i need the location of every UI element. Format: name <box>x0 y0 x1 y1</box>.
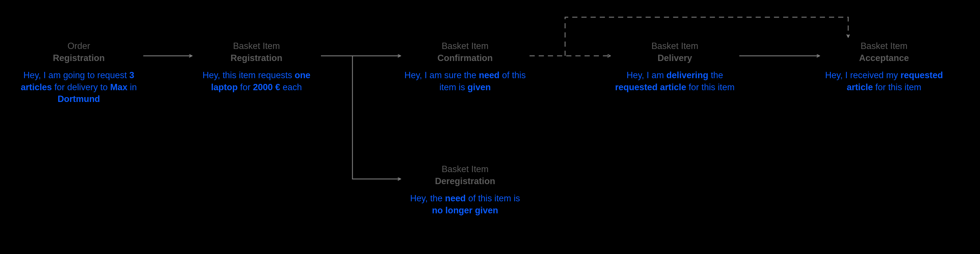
title-line2: Delivery <box>658 53 692 63</box>
title-line2: Acceptance <box>859 53 909 63</box>
title-line1: Basket Item <box>233 41 280 51</box>
node-title: Order Registration <box>17 40 140 64</box>
title-line2: Registration <box>231 53 283 63</box>
node-basket-registration: Basket Item Registration Hey, this item … <box>195 40 318 93</box>
title-line1: Order <box>67 41 90 51</box>
node-title: Basket Item Confirmation <box>404 40 527 64</box>
node-order-registration: Order Registration Hey, I am going to re… <box>17 40 140 105</box>
node-description: Hey, I am going to request 3 articles fo… <box>17 69 140 105</box>
title-line1: Basket Item <box>442 164 488 174</box>
node-basket-confirmation: Basket Item Confirmation Hey, I am sure … <box>404 40 527 93</box>
edge-registration-to-deregistration <box>352 56 401 179</box>
title-line2: Confirmation <box>438 53 493 63</box>
title-line2: Registration <box>53 53 105 63</box>
node-title: Basket Item Deregistration <box>404 163 527 187</box>
node-title: Basket Item Registration <box>195 40 318 64</box>
node-basket-acceptance: Basket Item Acceptance Hey, I received m… <box>822 40 946 93</box>
title-line2: Deregistration <box>435 176 495 186</box>
title-line1: Basket Item <box>861 41 907 51</box>
node-description: Hey, I am sure the need of this item is … <box>404 69 527 94</box>
node-description: Hey, I am delivering the requested artic… <box>613 69 737 94</box>
node-description: Hey, this item requests one laptop for 2… <box>195 69 318 94</box>
node-basket-delivery: Basket Item Delivery Hey, I am deliverin… <box>613 40 737 93</box>
node-title: Basket Item Delivery <box>613 40 737 64</box>
node-basket-deregistration: Basket Item Deregistration Hey, the need… <box>404 163 527 216</box>
node-description: Hey, I received my requested article for… <box>822 69 946 94</box>
title-line1: Basket Item <box>651 41 698 51</box>
node-title: Basket Item Acceptance <box>822 40 946 64</box>
title-line1: Basket Item <box>442 41 488 51</box>
node-description: Hey, the need of this item is no longer … <box>404 192 527 216</box>
